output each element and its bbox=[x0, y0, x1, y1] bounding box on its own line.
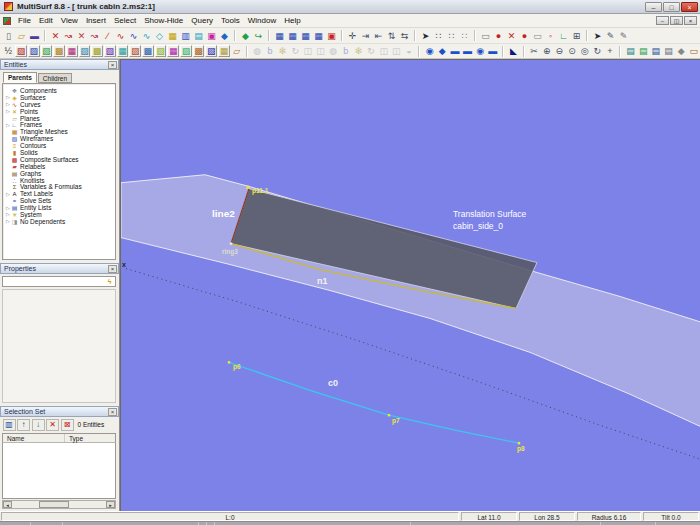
tree-item-system[interactable]: ▷✳System bbox=[5, 211, 115, 218]
show-all-icon[interactable]: ✻ bbox=[277, 45, 289, 57]
properties-filter-icon[interactable]: ϟ bbox=[105, 278, 114, 286]
diamond-marker-icon[interactable]: ◆ bbox=[675, 45, 687, 57]
swap-icon[interactable]: ⇆ bbox=[399, 30, 411, 42]
hide-children-icon[interactable]: ◫ bbox=[315, 45, 327, 57]
ruled-surface-icon[interactable]: ▧ bbox=[15, 45, 27, 57]
fraction-icon[interactable]: ½ bbox=[3, 45, 15, 57]
tree-item-planes[interactable]: ▱Planes bbox=[5, 115, 115, 122]
viewport-canvas[interactable]: p11.1line2ring3n1Translation Surfacecabi… bbox=[121, 60, 700, 511]
arc-tool-icon[interactable]: ∿ bbox=[115, 30, 127, 42]
column-type[interactable]: Type bbox=[65, 434, 83, 442]
copy-image-icon[interactable]: ▤ bbox=[625, 45, 637, 57]
grid-large-icon[interactable]: ∷ bbox=[459, 30, 471, 42]
update-icon[interactable]: ↪ bbox=[253, 30, 265, 42]
point-ring3[interactable] bbox=[230, 242, 232, 244]
show-all-2-icon[interactable]: ✻ bbox=[353, 45, 365, 57]
point-p7[interactable] bbox=[388, 414, 390, 416]
menu-edit[interactable]: Edit bbox=[35, 14, 57, 28]
drag-tool-icon[interactable]: ✛ bbox=[347, 30, 359, 42]
mdi-close-button[interactable]: × bbox=[684, 16, 697, 25]
hide-entity-icon[interactable]: ◍ bbox=[251, 45, 263, 57]
scroll-left-icon[interactable]: ◂ bbox=[3, 501, 12, 508]
selection-set-panel-title[interactable]: Selection Set × bbox=[0, 406, 119, 417]
view-window-1-icon[interactable]: ▦ bbox=[274, 30, 286, 42]
maximize-button[interactable]: □ bbox=[663, 2, 680, 12]
menu-view[interactable]: View bbox=[57, 14, 82, 28]
bead-tool-icon[interactable]: ↝ bbox=[63, 30, 75, 42]
angle-icon[interactable]: ∟ bbox=[558, 30, 570, 42]
translation-surface-icon[interactable]: ▧ bbox=[41, 45, 53, 57]
surface-tool-icon[interactable]: ◇ bbox=[154, 30, 166, 42]
view-side-icon[interactable]: ▬ bbox=[449, 45, 461, 57]
entities-panel-title[interactable]: Entities × bbox=[0, 59, 119, 70]
open-folder-icon[interactable]: ▱ bbox=[16, 30, 28, 42]
show-entity-2-icon[interactable]: b bbox=[340, 45, 352, 57]
line-tool-icon[interactable]: ∕ bbox=[102, 30, 114, 42]
scroll-right-icon[interactable]: ▸ bbox=[106, 501, 115, 508]
red-node-2-icon[interactable]: ● bbox=[519, 30, 531, 42]
expanded-surface-icon[interactable]: ▧ bbox=[155, 45, 167, 57]
foil-surface-icon[interactable]: ▨ bbox=[129, 45, 141, 57]
revolution-surface-icon[interactable]: ▨ bbox=[28, 45, 40, 57]
zoom-out-icon[interactable]: ⊖ bbox=[554, 45, 566, 57]
curve-tool-icon[interactable]: ∿ bbox=[128, 30, 140, 42]
tree-item-contours[interactable]: ≡Contours bbox=[5, 142, 115, 149]
nurbs-surface-icon[interactable]: ▩ bbox=[91, 45, 103, 57]
small-node-icon[interactable]: ◦ bbox=[545, 30, 557, 42]
tree-item-wireframes[interactable]: ▧Wireframes bbox=[5, 135, 115, 142]
point-tool-icon[interactable]: ✕ bbox=[50, 30, 62, 42]
tree-item-variables-formulas[interactable]: ΣVariables & Formulas bbox=[5, 183, 115, 190]
tree-item-knotlists[interactable]: ∴Knotlists bbox=[5, 177, 115, 184]
tree-item-solids[interactable]: ▮Solids bbox=[5, 149, 115, 156]
pick-pointer-icon[interactable]: ➤ bbox=[592, 30, 604, 42]
eraser-icon[interactable]: ▱ bbox=[231, 45, 243, 57]
delete-node-icon[interactable]: ✕ bbox=[506, 30, 518, 42]
tab-parents[interactable]: Parents bbox=[3, 72, 37, 83]
hide-children-2-icon[interactable]: ◫ bbox=[391, 45, 403, 57]
clip-icon[interactable]: ✂ bbox=[528, 45, 540, 57]
subsurface-icon[interactable]: ▧ bbox=[205, 45, 217, 57]
point-p6[interactable] bbox=[228, 361, 230, 363]
divide-icon[interactable]: ▭ bbox=[480, 30, 492, 42]
tree-item-entity-lists[interactable]: ▷▤Entity Lists bbox=[5, 204, 115, 211]
selection-hscrollbar[interactable]: ◂ ▸ bbox=[2, 500, 116, 509]
tree-item-curves[interactable]: ▷∿Curves bbox=[5, 101, 115, 108]
toggle-names-icon[interactable]: ◒ bbox=[403, 45, 415, 57]
ring-tool-icon[interactable]: ↝ bbox=[89, 30, 101, 42]
relofted-surface-icon[interactable]: ▩ bbox=[193, 45, 205, 57]
viewport-3d[interactable]: p11.1line2ring3n1Translation Surfacecabi… bbox=[120, 59, 700, 511]
tree-item-text-labels[interactable]: ▷AText Labels bbox=[5, 190, 115, 197]
title-bar[interactable]: MultiSurf 8.8 - [ trunk cabin 2.ms2:1] –… bbox=[0, 0, 700, 14]
tree-item-solve-sets[interactable]: =Solve Sets bbox=[5, 197, 115, 204]
select-pointer-icon[interactable]: ➤ bbox=[420, 30, 432, 42]
tree-item-components[interactable]: ❖Components bbox=[5, 87, 115, 94]
menu-query[interactable]: Query bbox=[187, 14, 217, 28]
column-name[interactable]: Name bbox=[3, 434, 65, 442]
frame-tool-icon[interactable]: ▥ bbox=[180, 30, 192, 42]
tree-item-surfaces[interactable]: ▷◈Surfaces bbox=[5, 94, 115, 101]
view-window-4-icon[interactable]: ▦ bbox=[313, 30, 325, 42]
document-icon[interactable] bbox=[3, 17, 11, 25]
tree-item-composite-surfaces[interactable]: ▩Composite Surfaces bbox=[5, 156, 115, 163]
coons-surface-icon[interactable]: ▦ bbox=[117, 45, 129, 57]
tree-item-points[interactable]: ▷✕Points bbox=[5, 108, 115, 115]
entity-tool-icon[interactable]: ◆ bbox=[219, 30, 231, 42]
tab-children[interactable]: Children bbox=[38, 73, 72, 83]
show-entity-icon[interactable]: b bbox=[264, 45, 276, 57]
hide-entity-2-icon[interactable]: ◍ bbox=[327, 45, 339, 57]
mirror-surface-icon[interactable]: ▦ bbox=[167, 45, 179, 57]
trimmed-surface-icon[interactable]: ▦ bbox=[218, 45, 230, 57]
red-node-1-icon[interactable]: ● bbox=[493, 30, 505, 42]
refresh-visibility-2-icon[interactable]: ↻ bbox=[365, 45, 377, 57]
swept-surface-icon[interactable]: ▨ bbox=[79, 45, 91, 57]
blank-node-icon[interactable]: ▭ bbox=[532, 30, 544, 42]
view-window-3-icon[interactable]: ▦ bbox=[300, 30, 312, 42]
pan-view-icon[interactable]: + bbox=[604, 45, 616, 57]
snapshot-icon[interactable]: ▤ bbox=[663, 45, 675, 57]
view-perspective-icon[interactable]: ▬ bbox=[487, 45, 499, 57]
grid-small-icon[interactable]: ∷ bbox=[433, 30, 445, 42]
move-up-icon[interactable]: ↑ bbox=[17, 419, 30, 431]
save-icon[interactable]: ▬ bbox=[29, 30, 41, 42]
probe-1-icon[interactable]: ✎ bbox=[605, 30, 617, 42]
close-button[interactable]: × bbox=[681, 2, 698, 12]
